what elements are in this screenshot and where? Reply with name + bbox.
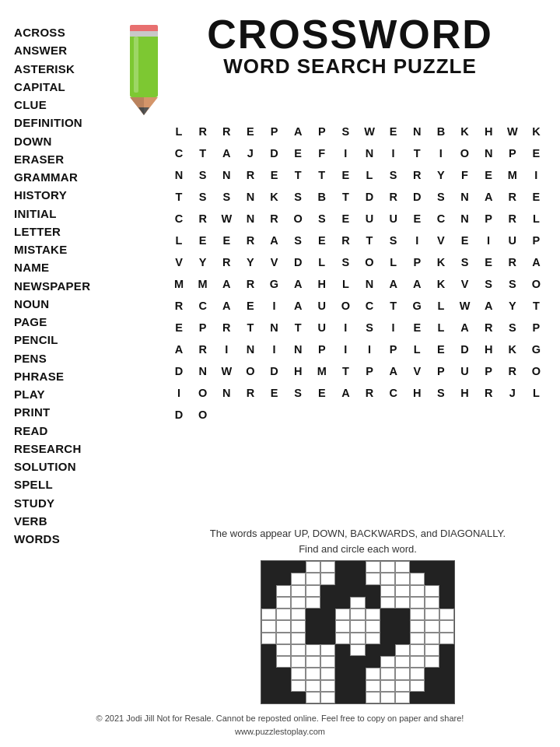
grid-cell: M	[191, 273, 215, 295]
mini-grid-cell	[425, 656, 439, 668]
mini-grid-cell	[439, 620, 454, 632]
word-list-item: ANSWER	[14, 41, 90, 59]
grid-cell: R	[239, 382, 262, 404]
grid-cell: P	[310, 121, 334, 142]
word-list-item: PENS	[14, 349, 90, 367]
mini-grid-cell	[306, 561, 320, 573]
grid-cell: A	[263, 230, 286, 251]
mini-grid-cell	[439, 585, 454, 597]
grid-cell: T	[191, 142, 215, 164]
grid-cell: S	[358, 317, 381, 338]
grid-cell: B	[310, 186, 334, 208]
mini-grid-cell	[410, 608, 425, 620]
mini-grid-cell	[410, 692, 425, 703]
mini-grid-cell	[380, 585, 395, 597]
grid-cell: V	[429, 230, 453, 251]
grid-cell: C	[382, 382, 405, 404]
grid-cell: F	[453, 164, 477, 186]
grid-cell: H	[310, 273, 334, 295]
word-list-item: CAPITAL	[14, 78, 90, 96]
grid-cell: E	[239, 295, 262, 317]
mini-grid-cell	[261, 692, 276, 703]
mini-grid-cell	[291, 680, 306, 692]
grid-cell: I	[334, 142, 357, 164]
grid-cell: C	[191, 295, 215, 317]
grid-cell: N	[286, 338, 310, 360]
word-list-item: PAGE	[14, 313, 90, 331]
grid-cell: I	[358, 338, 381, 360]
grid-cell: S	[310, 208, 334, 230]
grid-cell: D	[167, 360, 191, 382]
grid-cell: P	[477, 360, 500, 382]
mini-grid-cell	[425, 633, 439, 644]
mini-grid-cell	[276, 656, 291, 668]
mini-grid-cell	[425, 608, 439, 620]
grid-cell: C	[167, 142, 191, 164]
mini-grid-cell	[380, 656, 395, 668]
grid-cell: W	[215, 208, 238, 230]
grid-cell: P	[501, 142, 524, 164]
grid-cell: L	[405, 338, 429, 360]
grid-cell: N	[239, 338, 262, 360]
grid-cell: R	[501, 360, 524, 382]
grid-cell: K	[429, 273, 453, 295]
mini-grid-cell	[380, 573, 395, 584]
word-list-item: DEFINITION	[14, 114, 90, 132]
grid-cell: S	[382, 230, 405, 251]
mini-grid-cell	[261, 644, 276, 656]
grid-cell: G	[524, 338, 548, 360]
grid-cell: S	[501, 273, 524, 295]
grid-cell: R	[501, 251, 524, 273]
mini-grid-cell	[276, 620, 291, 632]
grid-cell: L	[429, 317, 453, 338]
grid-cell: T	[334, 360, 357, 382]
word-list-item: INITIAL	[14, 205, 90, 223]
grid-cell: T	[286, 164, 310, 186]
svg-rect-4	[130, 31, 158, 37]
mini-grid-cell	[395, 561, 410, 573]
mini-grid-cell	[261, 573, 276, 584]
word-list-item: NEWSPAPER	[14, 277, 90, 295]
mini-grid-cell	[395, 644, 410, 656]
word-list-item: ASTERISK	[14, 60, 90, 78]
grid-cell: E	[263, 164, 286, 186]
grid-cell: R	[215, 251, 238, 273]
grid-cell: D	[167, 404, 191, 426]
grid-cell: R	[382, 186, 405, 208]
word-list-item: WORDS	[14, 530, 90, 548]
grid-cell: P	[382, 338, 405, 360]
mini-grid-cell	[320, 633, 335, 644]
mini-grid-cell	[320, 597, 335, 608]
instructions: The words appear UP, DOWN, BACKWARDS, an…	[167, 526, 548, 556]
grid-cell: O	[191, 404, 215, 426]
grid-cell: U	[501, 230, 524, 251]
mini-grid-cell	[335, 573, 350, 584]
grid-cell: S	[286, 382, 310, 404]
mini-grid-cell	[366, 620, 380, 632]
mini-grid-cell	[306, 633, 320, 644]
grid-cell: F	[310, 142, 334, 164]
grid-cell: Y	[501, 295, 524, 317]
mini-grid-cell	[335, 692, 350, 703]
word-list-item: MISTAKE	[14, 240, 90, 258]
grid-cell: D	[286, 251, 310, 273]
grid-cell: H	[453, 382, 477, 404]
word-list-item: HISTORY	[14, 186, 90, 204]
mini-grid-cell	[425, 644, 439, 656]
mini-grid-cell	[291, 633, 306, 644]
mini-grid-cell	[366, 680, 380, 692]
word-list-item: SPELL	[14, 475, 90, 493]
grid-cell: J	[239, 142, 262, 164]
mini-grid-cell	[439, 644, 454, 656]
grid-cell: V	[263, 251, 286, 273]
mini-grid-cell	[410, 633, 425, 644]
mini-grid-cell	[306, 656, 320, 668]
grid-cell: I	[263, 338, 286, 360]
grid-cell: V	[167, 251, 191, 273]
mini-grid-cell	[320, 620, 335, 632]
grid-cell: R	[239, 230, 262, 251]
word-list-item: PRINT	[14, 403, 90, 421]
letter-grid-area: LRREPAPSWENBKHWKCTAJDEFINITIONPENSNRETTE…	[167, 121, 548, 426]
mini-grid-cell	[425, 692, 439, 703]
grid-cell: A	[477, 186, 500, 208]
